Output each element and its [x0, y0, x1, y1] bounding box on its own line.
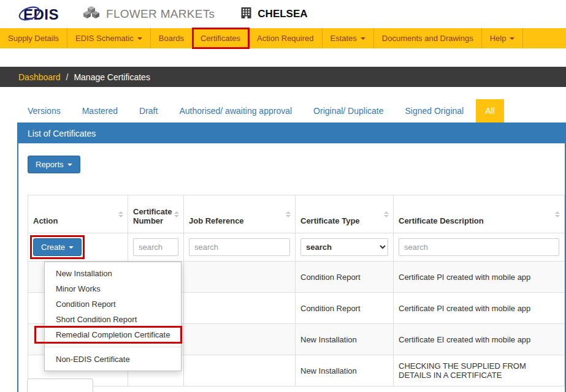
cell-certificate-description: Certificate PI created with mobile app: [394, 293, 565, 324]
panel-body: Reports Action Certificate Number: [18, 143, 565, 386]
nav-item-help[interactable]: Help: [482, 28, 524, 48]
cell-certificate-type: New Installation: [296, 324, 394, 355]
nav-item-label: Help: [490, 34, 507, 43]
nav-item-certificates[interactable]: Certificates: [193, 28, 249, 48]
breadcrumb: Dashboard / Manage Certificates: [0, 67, 566, 87]
column-header-label: Certificate Type: [300, 216, 360, 225]
breadcrumb-current: Manage Certificates: [74, 72, 150, 82]
panel-title: List of Certificates: [28, 129, 96, 138]
certificate-description-filter-cell: [394, 233, 565, 262]
column-header-certificate-type[interactable]: Certificate Type: [296, 195, 394, 233]
main-nav: Supply Details EDIS Schematic Boards Cer…: [0, 28, 566, 48]
menu-item-new-installation[interactable]: New Installation: [45, 266, 181, 281]
menu-item-minor-works[interactable]: Minor Works: [45, 281, 181, 296]
table-header-row: Action Certificate Number Job Reference …: [28, 195, 565, 233]
site-name: CHELSEA: [258, 8, 307, 20]
breadcrumb-dashboard-link[interactable]: Dashboard: [18, 72, 61, 82]
job-reference-filter-input[interactable]: [189, 238, 290, 256]
site-name-group: CHELSEA: [240, 7, 307, 22]
column-header-label: Certificate Description: [399, 216, 484, 225]
tab-all[interactable]: All: [476, 99, 504, 123]
certificate-description-filter-input[interactable]: [399, 238, 559, 256]
nav-item-edis-schematic[interactable]: EDIS Schematic: [67, 28, 151, 48]
panel-header: List of Certificates: [18, 124, 565, 143]
caret-down-icon: [137, 37, 142, 40]
caret-down-icon: [69, 246, 74, 249]
column-header-job-reference[interactable]: Job Reference: [184, 195, 296, 233]
nav-item-documents-and-drawings[interactable]: Documents and Drawings: [374, 28, 482, 48]
column-header-certificate-description[interactable]: Certificate Description: [394, 195, 565, 233]
nav-item-label: Action Required: [257, 34, 314, 43]
edis-logo-icon: EDIS: [18, 3, 66, 25]
create-dropdown-menu: New Installation Minor Works Condition R…: [44, 262, 182, 371]
column-header-action[interactable]: Action: [28, 195, 128, 233]
building-icon: [240, 7, 252, 22]
cell-job-reference: [184, 262, 296, 293]
tab-draft[interactable]: Draft: [130, 99, 167, 123]
certificate-number-filter-cell: [128, 233, 184, 262]
tab-authorised-awaiting-approval[interactable]: Authorised/ awaiting approval: [170, 99, 301, 123]
column-header-label: Certificate Number: [133, 207, 172, 225]
cell-job-reference: [184, 293, 296, 324]
cell-certificate-description: CHECKING THE SUPPLIED FROM DETAILS IN A …: [394, 355, 565, 386]
nav-item-label: Certificates: [201, 34, 240, 43]
nav-item-supply-details[interactable]: Supply Details: [0, 28, 67, 48]
sort-arrows-icon[interactable]: [286, 211, 291, 217]
tab-signed-original[interactable]: Signed Original: [396, 99, 473, 123]
menu-item-short-condition-report[interactable]: Short Condition Report: [45, 312, 181, 327]
nav-item-label: Boards: [159, 34, 184, 43]
nav-item-label: Supply Details: [8, 34, 59, 43]
menu-item-condition-report[interactable]: Condition Report: [45, 296, 181, 312]
column-header-certificate-number[interactable]: Certificate Number: [128, 195, 184, 233]
tab-bar: Versions Mastered Draft Authorised/ awai…: [18, 99, 566, 123]
filter-row: Create New Installation Minor Works Cond…: [28, 233, 565, 262]
cell-certificate-type: Condition Report: [296, 293, 394, 324]
menu-item-remedial-completion-certificate[interactable]: Remedial Completion Certificate: [45, 327, 181, 342]
column-header-label: Action: [33, 216, 58, 225]
sort-arrows-icon[interactable]: [174, 211, 179, 217]
reports-button-label: Reports: [36, 160, 64, 169]
action-filter-cell: Create New Installation Minor Works Cond…: [28, 233, 128, 262]
nav-item-label: EDIS Schematic: [75, 34, 134, 43]
sort-arrows-icon[interactable]: [384, 211, 389, 217]
cell-job-reference: [184, 324, 296, 355]
caret-down-icon: [510, 37, 514, 40]
nav-item-action-required[interactable]: Action Required: [249, 28, 323, 48]
certificates-panel: List of Certificates Reports Action Cert…: [17, 123, 566, 392]
cell-certificate-description: Certificate EI created with mobile app: [394, 324, 565, 355]
reports-button[interactable]: Reports: [28, 156, 80, 173]
market-name: FLOWER MARKETs: [106, 7, 215, 21]
menu-item-non-edis-certificate[interactable]: Non-EDIS Certificate: [45, 352, 181, 367]
caret-down-icon: [361, 37, 365, 40]
job-reference-filter-cell: [184, 233, 296, 262]
tab-original-duplicate[interactable]: Original/ Duplicate: [304, 99, 392, 123]
certificates-table: Action Certificate Number Job Reference …: [28, 195, 565, 386]
sort-arrows-icon[interactable]: [118, 211, 123, 217]
cell-certificate-type: Condition Report: [296, 262, 394, 293]
certificate-number-filter-input[interactable]: [133, 238, 178, 256]
create-button[interactable]: Create: [33, 238, 82, 256]
stacked-boxes-icon: [82, 6, 101, 23]
partial-control: [27, 379, 93, 392]
nav-item-label: Estates: [331, 34, 357, 43]
create-button-annotation: Create: [33, 238, 82, 256]
tab-versions[interactable]: Versions: [18, 99, 70, 123]
menu-divider: [45, 347, 181, 347]
app-header: EDIS FLOWER MARKETs: [0, 0, 566, 28]
certificate-type-filter-select[interactable]: search: [300, 238, 388, 256]
nav-item-estates[interactable]: Estates: [323, 28, 374, 48]
nav-item-boards[interactable]: Boards: [151, 28, 193, 48]
column-header-label: Job Reference: [189, 216, 244, 225]
caret-down-icon: [67, 164, 72, 166]
tab-mastered[interactable]: Mastered: [73, 99, 127, 123]
market-name-group: FLOWER MARKETs: [82, 6, 215, 23]
cell-certificate-description: Certificate PI created with mobile app: [394, 262, 565, 293]
certificate-type-filter-cell: search: [296, 233, 394, 262]
cell-job-reference: [184, 355, 296, 386]
sort-arrows-icon[interactable]: [555, 211, 560, 217]
create-button-label: Create: [41, 243, 65, 252]
cell-certificate-type: New Installation: [296, 355, 394, 386]
nav-item-label: Documents and Drawings: [382, 34, 473, 43]
breadcrumb-separator: /: [66, 72, 69, 82]
edis-logo[interactable]: EDIS: [18, 3, 66, 25]
